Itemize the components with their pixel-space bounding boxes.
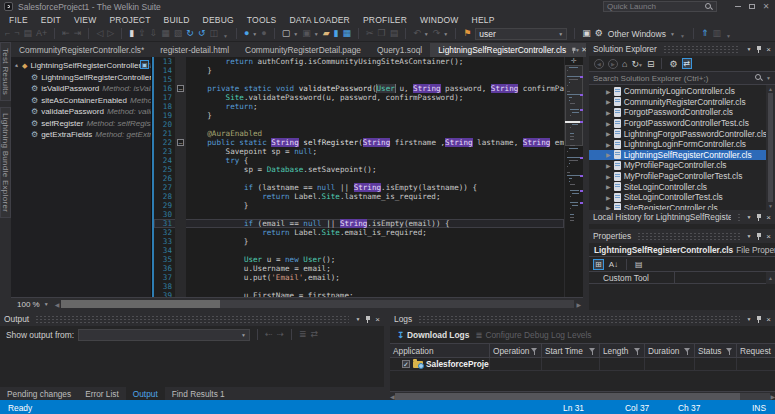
filter-icon[interactable] — [634, 347, 641, 355]
scrollbar-thumb[interactable] — [395, 393, 741, 400]
refresh-from-org-icon[interactable]: ↻ — [186, 29, 194, 38]
solution-explorer-search-input[interactable]: Search Solution Explorer (Ctrl+;) ▼ — [589, 72, 775, 85]
column-header-status[interactable]: Status — [695, 344, 737, 357]
code-line[interactable]: 25 sp = Database.setSavepoint(); — [154, 165, 564, 174]
redo-icon[interactable]: ↷ — [433, 29, 441, 38]
scroll-up-icon[interactable]: ▲ — [768, 86, 773, 92]
column-header-request[interactable]: Request — [737, 344, 775, 357]
configure-debug-log-levels-button[interactable]: ≣Configure Debug Log Levels — [475, 330, 591, 340]
code-line[interactable]: 36 u.Username = email; — [154, 264, 564, 273]
save-to-org-icon[interactable]: ⇪ — [138, 29, 146, 38]
minimize-button[interactable] — [731, 1, 745, 12]
chevron-right-icon[interactable]: ▶ — [606, 162, 611, 169]
bottom-tab-pending-changes[interactable]: Pending changes — [0, 387, 78, 400]
comment-selection-icon[interactable]: ⌐ — [5, 29, 10, 38]
fold-margin[interactable]: – — [175, 138, 186, 147]
properties-header[interactable]: Properties ▼ × — [589, 229, 775, 243]
code-editor[interactable]: 13 return authConfig.isCommunityUsingSit… — [152, 57, 583, 297]
properties-icon[interactable]: ⚙ — [669, 59, 677, 69]
maximize-button[interactable] — [745, 1, 759, 12]
code-line[interactable]: 13 return authConfig.isCommunityUsingSit… — [154, 57, 564, 66]
code-line[interactable]: 26 — [154, 174, 564, 183]
code-line[interactable]: 37 u.put('Email',email); — [154, 273, 564, 282]
scroll-up-icon[interactable]: ▲ — [766, 272, 775, 284]
cut-icon[interactable]: ✂ — [366, 29, 374, 38]
fold-collapse-icon[interactable]: – — [177, 85, 184, 92]
compare-history-icon[interactable]: ◫ — [209, 29, 218, 38]
solution-explorer-item[interactable]: ▶ForgotPasswordController.cls — [589, 107, 775, 118]
org-compare-icon[interactable]: ▥ — [712, 29, 721, 38]
solution-explorer-item[interactable]: ▶SiteLoginControllerTest.cls — [589, 192, 775, 203]
properties-object-select[interactable]: LightningSelfRegisterController.cls File… — [589, 243, 775, 257]
next-bookmark-icon[interactable]: ▷ — [107, 29, 114, 38]
code-line[interactable]: 14 } — [154, 66, 564, 75]
menu-edit[interactable]: EDIT — [41, 15, 61, 25]
logs-horizontal-scrollbar[interactable]: ◀ ▶ — [390, 391, 775, 400]
save-all-icon[interactable]: ▦ — [343, 29, 352, 38]
wrench-icon[interactable]: ⚙ — [595, 29, 603, 38]
code-map-item[interactable]: ⚙siteAsContainerEnabledMethod: siteAsCon… — [11, 95, 151, 107]
filter-icon[interactable] — [684, 347, 691, 355]
document-tab[interactable]: CommunityRegisterDetail.page — [237, 43, 369, 57]
solution-explorer-item[interactable]: ▶LightningLoginFormController.cls — [589, 139, 775, 150]
pin-icon[interactable] — [755, 232, 762, 241]
sync-with-active-document-icon[interactable]: ⇄ — [682, 58, 693, 69]
code-line[interactable]: 24 try { — [154, 156, 564, 165]
find-in-files-icon[interactable]: ▣ — [582, 29, 591, 38]
close-button[interactable]: ✕ — [759, 1, 773, 12]
checkbox[interactable]: ✓ — [402, 360, 410, 368]
open-folder-icon[interactable]: ▰ — [323, 29, 330, 38]
menu-profiler[interactable]: PROFILER — [363, 15, 407, 25]
scroll-down-icon[interactable]: ▼ — [768, 203, 773, 209]
output-header[interactable]: Output ▼ × — [0, 312, 384, 326]
document-tab[interactable]: CommunityRegisterController.cls* — [11, 43, 152, 57]
solution-explorer-item[interactable]: ▶LightningForgotPasswordController.cls — [589, 128, 775, 139]
chevron-right-icon[interactable]: ▶ — [606, 98, 611, 105]
scroll-right-icon[interactable]: ▶ — [576, 301, 581, 308]
logs-header[interactable]: Logs ▼ × — [390, 312, 775, 326]
scrollbar-thumb[interactable] — [768, 93, 773, 202]
window-position-icon[interactable]: ▼ — [746, 233, 751, 239]
fold-collapse-icon[interactable]: – — [177, 139, 184, 146]
code-line[interactable]: 22– public static String selfRegister(St… — [154, 138, 564, 147]
toggle-word-wrap-icon[interactable]: ⇄ — [311, 330, 319, 339]
upload-to-org-icon[interactable]: ⇑ — [701, 29, 709, 38]
log-row[interactable]: ✓SalesforceProject1 — [390, 358, 775, 371]
code-line[interactable]: 20 — [154, 120, 564, 129]
side-tab-test-results[interactable]: Test Results — [0, 42, 11, 101]
menu-debug[interactable]: DEBUG — [203, 15, 234, 25]
fold-margin[interactable]: – — [175, 84, 186, 93]
find-user-flag-icon[interactable]: ⚑ — [463, 29, 471, 38]
pull-metadata-icon[interactable]: ▧ — [174, 29, 183, 38]
quick-launch-input[interactable]: Quick Launch — [603, 1, 717, 12]
code-line[interactable]: 28 return Label.Site.lastname_is_require… — [154, 192, 564, 201]
bottom-tab-find-results-1[interactable]: Find Results 1 — [165, 387, 232, 400]
close-icon[interactable]: × — [766, 315, 771, 324]
menu-view[interactable]: VIEW — [74, 15, 97, 25]
editor-zoom-select[interactable]: 100 % ▼ — [13, 299, 53, 310]
column-header-application[interactable]: Application — [390, 344, 490, 357]
previous-bookmark-icon[interactable]: ◁ — [96, 29, 103, 38]
solution-explorer-item[interactable]: ▶CommunityLoginController.cls — [589, 86, 775, 97]
solution-explorer-item[interactable]: ▶MyProfilePageControllerTest.cls — [589, 171, 775, 182]
code-map-options-icon[interactable]: ▣ — [140, 60, 149, 69]
pin-icon[interactable] — [755, 45, 762, 54]
font-size-icon[interactable]: A+ — [36, 29, 47, 38]
solution-explorer-item[interactable]: ▶ForgotPasswordControllerTest.cls — [589, 118, 775, 129]
editor-minimap[interactable]: ✛ — [564, 57, 583, 297]
menu-tools[interactable]: TOOLS — [247, 15, 277, 25]
code-line[interactable]: 31 if (email == null || String.isEmpty(e… — [154, 219, 564, 228]
code-map-item[interactable]: ⚙validatePasswordMethod: validatePasswor… — [11, 106, 151, 118]
refresh-icon[interactable]: ↻▼ — [631, 59, 643, 69]
toolbar-overflow-icon[interactable]: ▼ — [223, 33, 228, 39]
code-line[interactable]: 19 } — [154, 111, 564, 120]
undo-icon[interactable]: ↶ — [413, 29, 421, 38]
menu-build[interactable]: BUILD — [164, 15, 190, 25]
column-header-duration[interactable]: Duration — [645, 344, 695, 357]
column-header-length[interactable]: Length — [600, 344, 645, 357]
code-map-item[interactable]: ▸◆LightningSelfRegisterControllerClass: … — [11, 60, 151, 72]
menu-project[interactable]: PROJECT — [109, 15, 150, 25]
bottom-tab-output[interactable]: Output — [126, 387, 165, 400]
close-icon[interactable]: × — [766, 232, 771, 241]
side-tab-lightning-bundle-explorer[interactable]: Lightning Bundle Explorer — [0, 107, 11, 218]
